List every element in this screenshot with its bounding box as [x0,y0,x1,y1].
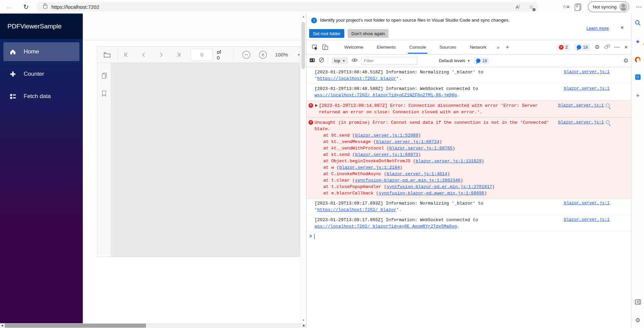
console-settings-icon[interactable]: ⚙ [623,57,628,64]
plus-icon [9,71,16,77]
microsoft-365-icon[interactable] [631,57,644,63]
search-source-icon[interactable] [606,103,610,107]
feedback-icon[interactable] [604,45,610,50]
stack-frame-link[interactable]: syncfusion-blazor-pd…er.min.js:1:2701817 [387,184,492,189]
stack-frame-link[interactable]: blazor.server.js:1:52089 [355,133,418,138]
search-source-icon[interactable] [606,120,610,124]
log-levels-dropdown[interactable]: Default levels ▼ [439,58,470,63]
last-page-icon[interactable] [175,52,181,58]
message-icon [476,58,480,63]
console-link[interactable]: wss://localhost:7202/_blazor?id=ay0E_Aoo… [315,224,457,229]
scroll-right-icon[interactable]: ▶ [303,323,305,328]
tab-welcome[interactable]: Welcome [343,41,365,54]
tab-elements[interactable]: Elements [375,41,397,54]
dont-show-again-button[interactable]: Don't show again [348,29,389,38]
stack-frame-link[interactable]: blazor.server.js:1:68765 [389,146,452,151]
console-message-count-badge[interactable]: 18 [474,57,489,64]
sidebar-item-fetch-data[interactable]: Fetch data [3,87,79,106]
expand-arrow-icon[interactable] [315,104,318,107]
console-link[interactable]: https://localhost:7202/_blazor [317,207,396,212]
bookmarks-icon[interactable] [101,90,107,98]
source-link[interactable]: blazor.server.js:1 [564,86,610,92]
message-body: [2023-01-29T13:08:48.518Z] Information: … [315,69,555,82]
inspect-element-icon[interactable] [310,42,320,52]
scroll-left-icon[interactable]: ◀ [1,323,3,328]
zoom-value[interactable]: 100% [275,52,288,57]
scroll-up-icon[interactable]: ▲ [300,15,306,18]
open-sidebar-panel-icon[interactable] [631,299,644,305]
outlook-icon[interactable] [631,74,644,80]
more-tabs-icon[interactable]: » [497,44,499,50]
source-link[interactable]: blazor.server.js:1 [564,217,610,223]
profile-button[interactable]: Not syncing [588,1,629,12]
search-icon[interactable] [631,20,644,26]
error-count-badge[interactable]: ×2 [556,44,570,51]
sidebar-settings-icon[interactable]: ⚙ [631,317,644,324]
sidebar-item-home[interactable]: Home [3,42,79,61]
context-selector[interactable]: top ▼ [331,57,348,64]
refresh-icon[interactable]: ↻ [20,0,32,14]
pdf-page-area[interactable] [111,63,300,257]
add-tab-icon[interactable]: + [505,44,509,51]
dismiss-notification-icon[interactable]: × [621,25,624,31]
add-sidebar-item-icon[interactable]: + [631,92,644,99]
main-content: of 0 100% ▾ [83,14,300,325]
horizontal-scrollbar[interactable]: ◀ ▶ [0,323,306,328]
message-count-badge[interactable]: 18 [574,44,590,51]
zoom-dropdown-icon[interactable]: ▾ [298,52,300,57]
source-link[interactable]: blazor.server.js:1 [564,200,610,207]
source-link[interactable]: blazor.server.js:1 [564,69,610,75]
url-text[interactable]: https://localhost:7202 [51,4,99,10]
lock-icon[interactable] [43,5,47,8]
first-page-icon[interactable] [124,52,130,58]
favorites-bar-icon[interactable]: ☆≡ [562,4,569,10]
page-number-input[interactable] [191,49,213,61]
vertical-scroll-thumb[interactable] [301,22,305,69]
read-aloud-icon[interactable]: A) [516,4,520,10]
stack-frame-link[interactable]: blazor.server.js:1:68873 [355,152,418,157]
live-expression-icon[interactable] [351,58,358,64]
horizontal-scroll-thumb[interactable] [5,324,146,328]
zoom-in-icon[interactable] [258,50,267,59]
tab-sources[interactable]: Sources [438,41,458,54]
stack-frame-link[interactable]: blazor.server.js:1:131829 [416,159,481,164]
back-icon[interactable]: ← [3,0,15,14]
clear-console-icon[interactable] [319,57,324,64]
address-bar[interactable]: https://localhost:7202 A) ☆+ [36,2,539,12]
next-page-icon[interactable] [158,52,164,58]
open-file-icon[interactable] [103,51,111,58]
thumbnails-icon[interactable] [101,72,107,80]
tab-console[interactable]: Console [408,41,427,54]
browser-menu-icon[interactable]: ⋯ [636,3,642,10]
console-link[interactable]: https://localhost:7202/_blazor [317,76,396,81]
copilot-icon[interactable]: ✦✦ [631,38,644,46]
zoom-out-icon[interactable] [242,50,251,59]
stack-frame-link[interactable]: blazor.server.js:1:2164 [339,165,400,170]
tab-network[interactable]: Network [468,41,488,54]
console-link[interactable]: wss://localhost:7202/_blazor?id=oCZ1NZF6… [315,93,457,98]
source-link[interactable]: blazor.server.js:1 [558,119,604,126]
devtools-menu-icon[interactable]: ⋯ [614,44,620,51]
set-root-folder-button[interactable]: Set root folder [309,29,344,38]
stack-frame-text: ) [400,165,402,170]
console-filter-input[interactable] [361,57,417,65]
console-prompt[interactable]: > [306,232,631,241]
collections-icon[interactable] [576,4,581,10]
stack-frame-link[interactable]: blazor.server.js:1:68724 [376,139,439,144]
device-toolbar-icon[interactable] [320,42,330,52]
message-text: [2023-01-29T13:08:48.588Z] Information: … [315,86,555,98]
learn-more-link[interactable]: Learn more [587,26,609,31]
stack-frame-link[interactable]: syncfusion-blazor-pd…er.min.js:1:2682346 [355,178,461,183]
devtools-settings-icon[interactable]: ⚙ [595,44,600,51]
stack-frame-link[interactable]: syncfusion-blazor-pd…ewer.min.js:1:68698 [379,191,484,196]
source-link[interactable]: blazor.server.js:1 [558,102,604,109]
app-brand[interactable]: PDFViewerSample [0,14,83,39]
stack-frame-link[interactable]: blazor.server.js:1:4014 [387,171,447,177]
scroll-down-icon[interactable]: ▼ [300,319,306,322]
sidebar-item-counter[interactable]: Counter [3,65,79,84]
add-favorite-icon[interactable]: ☆+ [529,3,534,10]
vertical-scrollbar[interactable]: ▲ ▼ [300,14,306,323]
devtools-close-icon[interactable]: × [624,44,628,51]
previous-page-icon[interactable] [141,52,147,58]
console-sidebar-icon[interactable] [309,57,315,65]
